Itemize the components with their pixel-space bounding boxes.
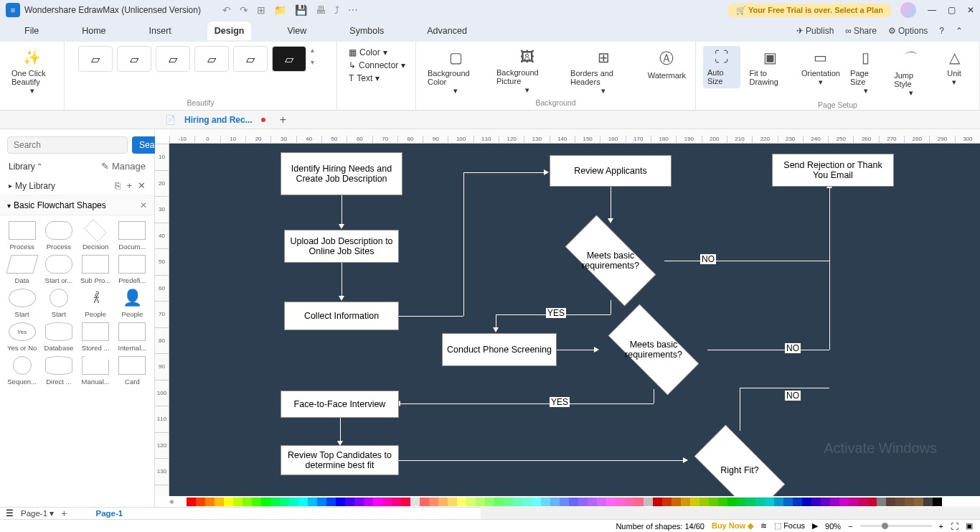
color-swatch[interactable] [727, 498, 737, 506]
color-swatch[interactable] [802, 498, 811, 506]
menu-view[interactable]: View [280, 22, 314, 40]
minimize-button[interactable]: — [928, 5, 936, 15]
color-swatch[interactable] [224, 498, 233, 506]
redo-icon[interactable]: ↷ [240, 4, 248, 16]
fullscreen-icon[interactable]: ▣ [966, 521, 973, 531]
shape-direct[interactable]: Direct ... [41, 355, 76, 387]
new-icon[interactable]: ⊞ [257, 4, 265, 16]
open-icon[interactable]: 📁 [274, 4, 286, 16]
shape-stored[interactable]: Stored ... [78, 321, 113, 353]
symbol-search-input[interactable] [7, 136, 128, 154]
collapse-ribbon-icon[interactable]: ⌃ [956, 26, 963, 36]
close-button[interactable]: ✕ [967, 5, 974, 15]
color-swatch[interactable] [345, 498, 354, 506]
shape-start-circle[interactable]: Start [41, 287, 76, 319]
lib-close-icon[interactable]: ✕ [138, 180, 146, 191]
shape-database[interactable]: Database [41, 321, 76, 353]
theme-1[interactable]: ▱ [78, 46, 113, 72]
color-swatch[interactable] [270, 498, 280, 506]
maximize-button[interactable]: ▢ [948, 5, 956, 15]
color-swatch[interactable] [765, 498, 774, 506]
color-swatch[interactable] [252, 498, 261, 506]
color-swatch[interactable] [793, 498, 802, 506]
color-swatch[interactable] [718, 498, 727, 506]
theme-up-icon[interactable]: ▴ [311, 46, 324, 54]
node-interview[interactable]: Face-to-Face Interview [281, 391, 399, 418]
color-swatch[interactable] [578, 498, 588, 506]
jump-style-button[interactable]: ⌒Jump Style ▾ [890, 46, 932, 101]
theme-3[interactable]: ▱ [156, 46, 190, 72]
manage-link[interactable]: ✎ Manage [101, 161, 146, 172]
color-swatch[interactable] [317, 498, 326, 506]
shape-document[interactable]: Docum... [115, 220, 150, 252]
color-swatch[interactable] [438, 498, 448, 506]
my-library-label[interactable]: My Library [15, 181, 55, 191]
orientation-button[interactable]: ▭Orientation ▾ [800, 46, 842, 90]
color-swatch[interactable] [923, 498, 933, 506]
menu-insert[interactable]: Insert [142, 22, 179, 40]
color-swatch[interactable] [196, 498, 205, 506]
color-swatch[interactable] [783, 498, 793, 506]
shape-yesno[interactable]: YesYes or No [4, 321, 39, 353]
theme-2[interactable]: ▱ [117, 46, 151, 72]
color-swatch[interactable] [569, 498, 578, 506]
color-swatch[interactable] [522, 498, 532, 506]
color-swatch[interactable] [830, 498, 839, 506]
color-swatch[interactable] [867, 498, 877, 506]
shape-manual[interactable]: Manual... [78, 355, 113, 387]
publish-button[interactable]: ✈ Publish [796, 26, 834, 36]
background-picture-button[interactable]: 🖼Background Picture ▾ [492, 46, 562, 98]
color-swatch[interactable] [392, 498, 401, 506]
color-swatch[interactable] [914, 498, 923, 506]
shape-start-ellipse[interactable]: Start [4, 287, 39, 319]
text-button[interactable]: T Text ▾ [349, 73, 405, 83]
save-icon[interactable]: 💾 [295, 4, 307, 16]
node-review-applicants[interactable]: Review Applicants [550, 155, 672, 187]
node-upload-job[interactable]: Upload Job Description to Online Job Sit… [284, 230, 399, 263]
color-swatch[interactable] [662, 498, 672, 506]
color-swatch[interactable] [504, 498, 513, 506]
color-swatch[interactable] [373, 498, 382, 506]
shape-process-2[interactable]: Process [41, 220, 76, 252]
color-swatch[interactable] [877, 498, 886, 506]
shape-internal[interactable]: Internal... [115, 321, 150, 353]
menu-advanced[interactable]: Advanced [420, 22, 474, 40]
menu-file[interactable]: File [17, 22, 46, 40]
color-swatch[interactable] [326, 498, 336, 506]
export-icon[interactable]: ⤴ [334, 4, 339, 16]
shape-people-2[interactable]: 👤People [115, 287, 150, 319]
color-swatch[interactable] [298, 498, 308, 506]
theme-5[interactable]: ▱ [233, 46, 268, 72]
add-page-button[interactable]: + [61, 508, 67, 519]
node-rejection-email[interactable]: Send Rejection or Thank You Email [772, 154, 894, 187]
color-swatch[interactable] [476, 498, 485, 506]
print-icon[interactable]: 🖶 [316, 4, 326, 16]
color-swatch[interactable] [895, 498, 905, 506]
pages-list-icon[interactable]: ☰ [6, 508, 14, 518]
color-swatch[interactable] [858, 498, 867, 506]
page-size-button[interactable]: ▯Page Size ▾ [846, 46, 885, 98]
color-swatch[interactable] [588, 498, 597, 506]
lib-add-icon[interactable]: + [126, 180, 132, 191]
color-swatch[interactable] [541, 498, 550, 506]
trial-banner[interactable]: 🛒 Your Free Trial is over. Select a Plan [727, 4, 892, 17]
menu-symbols[interactable]: Symbols [342, 22, 391, 40]
shape-predefined[interactable]: Predefi... [115, 253, 150, 286]
shape-process[interactable]: Process [4, 220, 39, 252]
color-swatch[interactable] [644, 498, 653, 506]
color-swatch[interactable] [448, 498, 457, 506]
color-swatch[interactable] [905, 498, 914, 506]
color-swatch[interactable] [560, 498, 569, 506]
color-swatch[interactable] [616, 498, 625, 506]
color-swatch[interactable] [308, 498, 317, 506]
color-swatch[interactable] [336, 498, 345, 506]
borders-headers-button[interactable]: ⊞Borders and Headers ▾ [566, 46, 641, 98]
background-color-button[interactable]: ▢Background Color ▾ [423, 46, 488, 98]
theme-down-icon[interactable]: ▾ [311, 58, 324, 66]
color-swatch[interactable] [429, 498, 438, 506]
shape-start-or[interactable]: Start or... [41, 253, 76, 286]
more-icon[interactable]: ⋯ [348, 4, 358, 16]
shape-sequential[interactable]: Sequen... [4, 355, 39, 387]
canvas[interactable]: Identify Hiring Needs and Create Job Des… [169, 144, 980, 496]
color-swatch[interactable] [886, 498, 895, 506]
